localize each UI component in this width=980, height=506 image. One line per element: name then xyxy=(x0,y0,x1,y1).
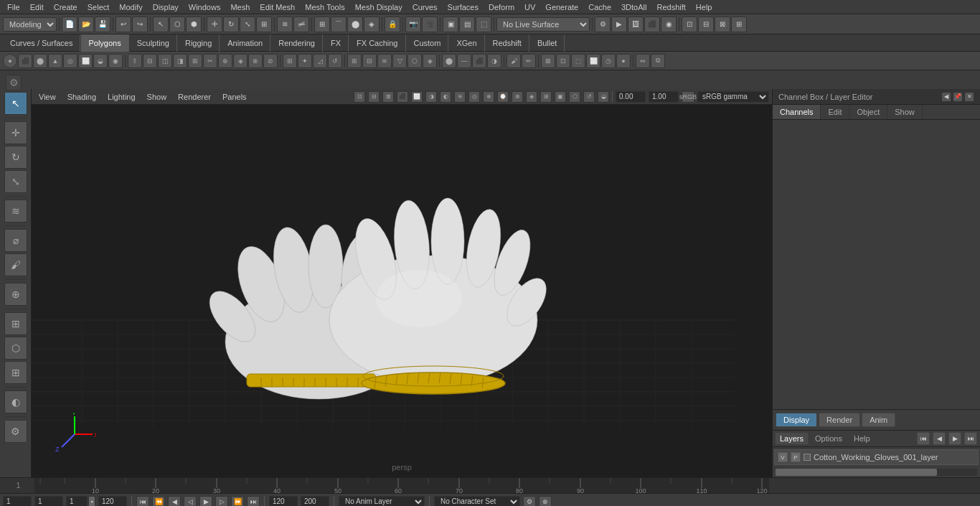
menu-windows[interactable]: Windows xyxy=(184,0,225,14)
move-tool-btn[interactable]: ✛ xyxy=(207,17,222,32)
paint-sel-btn[interactable]: ⬢ xyxy=(186,17,202,32)
prev-key-btn[interactable]: ◀ xyxy=(168,496,181,507)
uv-auto-btn[interactable]: ⬚ xyxy=(571,54,585,68)
layer-pencil-toggle[interactable]: P xyxy=(791,452,801,462)
tab-channels[interactable]: Channels xyxy=(773,105,821,119)
color-space-select[interactable]: sRGB gamma xyxy=(697,91,769,103)
bottom-extra-btn[interactable]: ⊕ xyxy=(539,496,552,507)
render-seq-btn[interactable]: ⬛ xyxy=(644,17,660,32)
mirror-btn[interactable]: ⇔ xyxy=(636,54,650,68)
vp-icon14[interactable]: ▣ xyxy=(555,91,566,103)
layout-btn4[interactable]: ⊞ xyxy=(731,17,747,32)
tab-display[interactable]: Display xyxy=(776,413,817,427)
duplicate-btn[interactable]: ⧉ xyxy=(651,54,665,68)
tab-redshift[interactable]: Redshift xyxy=(486,34,529,52)
sphere-btn[interactable]: ● xyxy=(3,54,17,68)
layer-color-swatch[interactable] xyxy=(804,454,811,461)
move-btn[interactable]: ✛ xyxy=(4,121,27,144)
play-forward-btn[interactable]: ▶ xyxy=(199,496,212,507)
ipr-btn[interactable]: ▶ xyxy=(611,17,627,32)
torus-btn[interactable]: ◎ xyxy=(63,54,77,68)
cam2-btn[interactable]: 🎥 xyxy=(422,17,438,32)
frame-start-field[interactable] xyxy=(3,496,32,507)
tab-render[interactable]: Render xyxy=(819,413,860,427)
color-mode-btn[interactable]: sRGB xyxy=(682,91,694,103)
timeline-track[interactable]: 102030405060708090100110120 xyxy=(34,478,769,493)
menu-curves[interactable]: Curves xyxy=(408,0,442,14)
timeline-ruler[interactable]: 1 102030405060708090100110120 xyxy=(0,477,980,493)
plane-btn[interactable]: ⬜ xyxy=(78,54,93,68)
vp-menu-view[interactable]: View xyxy=(34,89,60,105)
layer-nav-prev-btn[interactable]: ◀ xyxy=(933,432,946,445)
bevel-btn[interactable]: ◈ xyxy=(233,54,248,68)
soft-sel-btn[interactable]: ≋ xyxy=(277,17,293,32)
split-btn[interactable]: ⊞ xyxy=(283,54,297,68)
frame-indicator-slider[interactable]: ▪ xyxy=(88,496,95,507)
menu-mesh-tools[interactable]: Mesh Tools xyxy=(301,0,349,14)
input-op-btn[interactable]: ▣ xyxy=(443,17,458,32)
sub-tab-help[interactable]: Help xyxy=(849,433,875,444)
current-frame-field[interactable] xyxy=(34,496,63,507)
menu-uv[interactable]: UV xyxy=(520,0,540,14)
vp-icon6[interactable]: ◐ xyxy=(440,91,451,103)
wedge-btn[interactable]: ◿ xyxy=(313,54,327,68)
settings-btn[interactable]: ⚙ xyxy=(4,420,27,443)
new-file-btn[interactable]: 📄 xyxy=(62,17,77,32)
vp-icon4[interactable]: ⬜ xyxy=(411,91,423,103)
vp-icon17[interactable]: ◒ xyxy=(598,91,609,103)
extrude-btn[interactable]: ⇧ xyxy=(128,54,142,68)
poke-btn[interactable]: ✦ xyxy=(298,54,312,68)
menu-edit[interactable]: Edit xyxy=(26,0,48,14)
soft-select-btn[interactable]: ≋ xyxy=(4,200,27,222)
go-end-btn[interactable]: ⏭ xyxy=(247,496,260,507)
save-file-btn[interactable]: 💾 xyxy=(95,17,110,32)
menu-file[interactable]: File xyxy=(3,0,24,14)
menu-modify[interactable]: Modify xyxy=(115,0,146,14)
select-mode-btn[interactable]: ↖ xyxy=(4,92,27,115)
render-view-btn[interactable]: ◉ xyxy=(661,17,677,32)
vp-icon12[interactable]: ◈ xyxy=(526,91,537,103)
fill-hole-btn[interactable]: ◫ xyxy=(158,54,172,68)
char-set-settings-btn[interactable]: ⚙ xyxy=(523,496,536,507)
rotate-tool-btn[interactable]: ↻ xyxy=(223,17,239,32)
anim-layer-select[interactable]: No Anim Layer xyxy=(339,496,425,507)
disk-btn[interactable]: ◒ xyxy=(93,54,108,68)
menu-redshift[interactable]: Redshift xyxy=(652,0,689,14)
menu-display[interactable]: Display xyxy=(149,0,183,14)
open-file-btn[interactable]: 📂 xyxy=(78,17,94,32)
tab-bullet[interactable]: Bullet xyxy=(530,34,565,52)
uv-cylindrical-btn[interactable]: ◷ xyxy=(601,54,616,68)
tab-polygons[interactable]: Polygons xyxy=(81,34,128,52)
lock-btn[interactable]: 🔒 xyxy=(385,17,400,32)
snap-point-btn[interactable]: ⬤ xyxy=(347,17,363,32)
vp-menu-renderer[interactable]: Renderer xyxy=(174,89,215,105)
menu-cache[interactable]: Cache xyxy=(584,0,616,14)
vp-menu-lighting[interactable]: Lighting xyxy=(103,89,140,105)
cam-btn[interactable]: 📷 xyxy=(405,17,421,32)
vp-icon5[interactable]: ◑ xyxy=(425,91,437,103)
vp-icon9[interactable]: ⊕ xyxy=(483,91,494,103)
tab-xgen[interactable]: XGen xyxy=(449,34,484,52)
collapse-btn[interactable]: ⊘ xyxy=(263,54,278,68)
settings-gear-icon[interactable]: ⚙ xyxy=(6,75,22,90)
layer-nav-next-btn[interactable]: ▶ xyxy=(948,432,961,445)
frame-indicator[interactable] xyxy=(66,496,88,507)
combine-btn[interactable]: ⊞ xyxy=(347,54,362,68)
snap-curve-btn[interactable]: ⌒ xyxy=(331,17,347,32)
camera-roll-field[interactable] xyxy=(616,91,646,103)
sculpt-btn[interactable]: ✏ xyxy=(522,54,536,68)
menu-create[interactable]: Create xyxy=(50,0,82,14)
vp-icon15[interactable]: ⬡ xyxy=(569,91,580,103)
remesh-btn[interactable]: ⬡ xyxy=(407,54,422,68)
retopo-btn[interactable]: ◈ xyxy=(423,54,437,68)
vp-icon8[interactable]: ◎ xyxy=(468,91,480,103)
cut-faces-btn[interactable]: ✂ xyxy=(203,54,217,68)
layout-btn1[interactable]: ⊡ xyxy=(682,17,697,32)
layer-item[interactable]: V P Cotton_Working_Gloves_001_layer xyxy=(774,449,979,465)
reverse-btn[interactable]: ↺ xyxy=(328,54,342,68)
vp-icon13[interactable]: ⊞ xyxy=(540,91,552,103)
layer-scrollbar[interactable] xyxy=(776,469,977,476)
lasso-tool-btn[interactable]: ⬡ xyxy=(169,17,185,32)
select-tool-btn[interactable]: ↖ xyxy=(153,17,169,32)
char-set-select[interactable]: No Character Set xyxy=(434,496,520,507)
